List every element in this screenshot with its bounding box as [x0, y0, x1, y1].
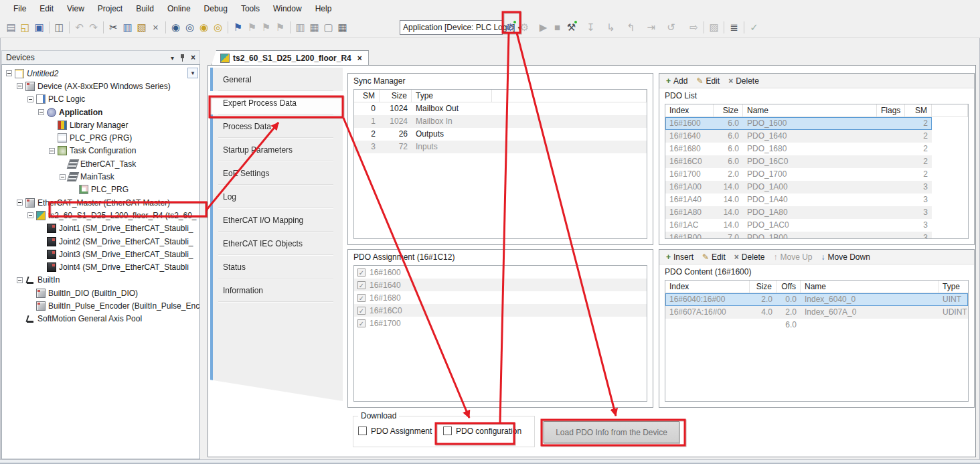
- menu-project[interactable]: Project: [91, 1, 129, 16]
- table-row[interactable]: 11024Mailbox In: [354, 115, 647, 128]
- table-row[interactable]: 16#1A0014.0PDO_1A003: [665, 181, 932, 194]
- tree-item-joint2-sm-drive-ethercat-staubli[interactable]: Joint2 (SM_Drive_EtherCAT_Staubli_: [2, 235, 199, 248]
- reset-icon[interactable]: ↺: [664, 20, 678, 35]
- step-into-icon[interactable]: ↳: [604, 20, 618, 35]
- cut-icon[interactable]: ✂: [106, 20, 120, 35]
- tree-item-ts2-60-s1-d25-l200-floor-r4-ts2-60[interactable]: ts2_60_S1_D25_L200_floor_R4 (ts2_60_: [2, 209, 199, 222]
- nav-ethercat-iec-objects[interactable]: EtherCAT IEC Objects: [210, 232, 343, 255]
- insert-button[interactable]: +Insert: [663, 251, 698, 263]
- tree-item-builtin[interactable]: BuiltIn: [2, 274, 199, 287]
- pdo-assignment-item-checkbox[interactable]: ✓: [357, 268, 365, 277]
- menu-window[interactable]: Window: [266, 1, 309, 16]
- active-application-selector[interactable]: Application [Device: PLC Logic] ▾: [400, 20, 503, 35]
- new-file-icon[interactable]: ▤: [4, 20, 18, 35]
- pdo-assignment-row[interactable]: ✓16#1680: [354, 291, 647, 304]
- add-button[interactable]: +Add: [663, 75, 692, 87]
- step-out-icon[interactable]: ↰: [624, 20, 638, 35]
- tree-expander-icon[interactable]: [60, 174, 66, 180]
- pin-icon[interactable]: [179, 54, 185, 62]
- nav-status[interactable]: Status: [210, 255, 343, 279]
- tree-item-builtin-pulse-encoder-builtin-pulse-enc[interactable]: BuiltIn_Pulse_Encoder (BuiltIn_Pulse_Enc: [2, 299, 199, 312]
- project-dropdown-icon[interactable]: ▾: [187, 68, 198, 78]
- undo-icon[interactable]: ↶: [72, 20, 86, 35]
- find-icon[interactable]: ◉: [169, 20, 183, 35]
- next-bookmark-icon[interactable]: ⚑: [259, 20, 273, 35]
- open-file-icon[interactable]: ◱: [18, 20, 32, 35]
- table-row[interactable]: 16#17002.0PDO_17002: [665, 168, 932, 181]
- print-icon[interactable]: ◫: [52, 20, 66, 35]
- force-values-icon[interactable]: ▨: [707, 20, 721, 35]
- tree-expander-icon[interactable]: [27, 96, 33, 102]
- menu-edit[interactable]: Edit: [33, 1, 60, 16]
- watch-list-icon[interactable]: ≣: [727, 20, 741, 35]
- nav-expert-process-data[interactable]: Expert Process Data: [210, 91, 343, 114]
- table-row[interactable]: 226Outputs: [354, 128, 647, 141]
- tree-expander-icon[interactable]: [17, 277, 23, 283]
- run-to-cursor-icon[interactable]: ⇥: [644, 20, 658, 35]
- clear-bookmarks-icon[interactable]: ⚑: [273, 20, 287, 35]
- tree-expander-icon[interactable]: [27, 212, 33, 218]
- edit-button[interactable]: ✎Edit: [700, 251, 730, 263]
- tree-item-plc-prg-prg[interactable]: PLC_PRG (PRG): [2, 131, 199, 144]
- paste-icon[interactable]: ▧: [135, 20, 149, 35]
- menu-debug[interactable]: Debug: [197, 1, 234, 16]
- logout-icon[interactable]: ⚙: [517, 20, 532, 35]
- tree-expander-icon[interactable]: [49, 148, 55, 154]
- login-icon[interactable]: ⚙: [503, 20, 517, 35]
- step-over-icon[interactable]: ↧: [584, 20, 598, 35]
- menu-tools[interactable]: Tools: [234, 1, 266, 16]
- table-row[interactable]: 372Inputs: [354, 141, 647, 153]
- pdo-assignment-row[interactable]: ✓16#16C0: [354, 304, 647, 317]
- tree-item-untitled2[interactable]: Untitled2▾: [2, 67, 199, 80]
- replace-objects-icon[interactable]: ◎: [211, 20, 225, 35]
- save-icon[interactable]: ▣: [32, 20, 46, 35]
- tree-item-maintask[interactable]: MainTask: [2, 170, 199, 183]
- load-pdo-info-button[interactable]: Load PDO Info from the Device: [544, 421, 679, 443]
- toggle-bookmark-icon[interactable]: ⚑: [231, 20, 245, 35]
- copy-icon[interactable]: ▥: [120, 20, 135, 35]
- menu-build[interactable]: Build: [129, 1, 161, 16]
- replace-icon[interactable]: ◎: [183, 20, 197, 35]
- delete-button[interactable]: ×Delete: [732, 251, 770, 263]
- delete-icon[interactable]: ×: [149, 20, 163, 35]
- paste-special-icon[interactable]: ▥: [293, 20, 307, 35]
- grid-icon[interactable]: ▦: [335, 20, 349, 35]
- tree-item-device-ax-8xxep0-windows-series[interactable]: Device (AX-8xxEP0 Windows Series): [2, 80, 199, 92]
- menu-file[interactable]: File: [7, 1, 33, 16]
- panel-menu-chevron-icon[interactable]: ▾: [171, 54, 174, 62]
- confirm-icon[interactable]: ✓: [747, 20, 761, 35]
- pdo-assignment-row[interactable]: ✓16#1700: [354, 317, 647, 329]
- start-icon[interactable]: ▶: [536, 20, 550, 35]
- tree-item-joint3-sm-drive-ethercat-staubli[interactable]: Joint3 (SM_Drive_EtherCAT_Staubli_: [2, 248, 199, 260]
- pdo-assignment-item-checkbox[interactable]: ✓: [357, 307, 365, 315]
- table-row[interactable]: 01024Mailbox Out: [354, 102, 647, 115]
- table-row[interactable]: 16#1AC14.0PDO_1AC03: [665, 219, 932, 232]
- table-row[interactable]: 16#16006.0PDO_16002: [665, 117, 932, 130]
- table-row[interactable]: 16#1A4014.0PDO_1A403: [665, 194, 932, 206]
- table-row[interactable]: 16#1B007.0PDO_1B003: [665, 232, 932, 239]
- pdo-configuration-checkbox[interactable]: [443, 427, 452, 435]
- edit-button[interactable]: ✎Edit: [693, 75, 724, 87]
- editor-tab[interactable]: ts2_60_S1_D25_L200_floor_R4 ×: [212, 50, 369, 65]
- nav-eoe-settings[interactable]: EoE Settings: [210, 161, 343, 185]
- previous-bookmark-icon[interactable]: ⚑: [245, 20, 259, 35]
- table-row[interactable]: 16#16406.0PDO_16402: [665, 130, 932, 143]
- tree-item-builtin-dio-builtin-dio[interactable]: BuiltIn_DIO (BuiltIn_DIO): [2, 287, 199, 299]
- menu-help[interactable]: Help: [309, 1, 339, 16]
- pdo-assignment-item-checkbox[interactable]: ✓: [357, 319, 365, 327]
- tree-item-ethercat-master-ethercat-master[interactable]: EtherCAT_Master (EtherCAT Master): [2, 196, 199, 209]
- table-row[interactable]: 6.0: [665, 319, 968, 331]
- move-up-button[interactable]: ↑Move Up: [770, 251, 817, 263]
- tree-expander-icon[interactable]: [17, 200, 23, 206]
- panel-close-icon[interactable]: ×: [191, 53, 195, 62]
- tree-item-plc-prg[interactable]: PLC_PRG: [2, 183, 199, 196]
- pdo-assignment-row[interactable]: ✓16#1600: [354, 266, 647, 279]
- table-row[interactable]: 16#607A:16#004.02.0Index_607A_0UDINT: [665, 306, 968, 319]
- tree-item-joint1-sm-drive-ethercat-staubli[interactable]: Joint1 (SM_Drive_EtherCAT_Staubli_: [2, 222, 199, 235]
- table-row[interactable]: 16#16806.0PDO_16802: [665, 143, 932, 155]
- pdo-assignment-row[interactable]: ✓16#1640: [354, 279, 647, 291]
- menu-view[interactable]: View: [60, 1, 91, 16]
- build-config-icon[interactable]: ⚒: [564, 20, 578, 35]
- stop-icon[interactable]: ■: [550, 20, 564, 35]
- tree-item-plc-logic[interactable]: PLC Logic: [2, 93, 199, 106]
